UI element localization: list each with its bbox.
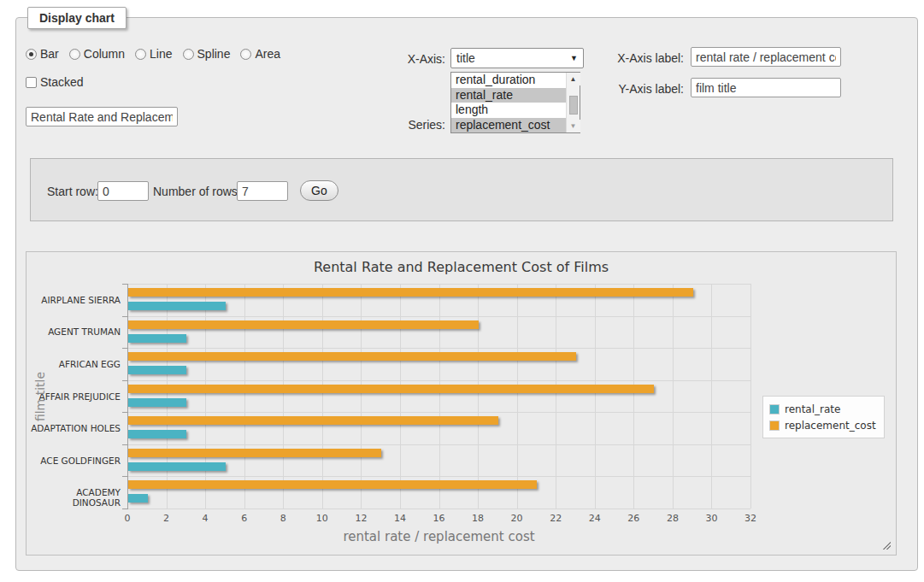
bar-rental_rate-affair-prejudice[interactable] — [128, 398, 186, 407]
bar-replacement_cost-agent-truman[interactable] — [128, 320, 479, 329]
gridline — [673, 284, 674, 509]
stacked-checkbox[interactable]: Stacked — [26, 75, 84, 89]
bar-replacement_cost-ace-goldfinger[interactable] — [128, 449, 381, 457]
category-label: AFRICAN EGG — [28, 359, 121, 369]
chart-type-option-label: Line — [150, 47, 172, 61]
radio-icon — [135, 49, 146, 60]
bar-replacement_cost-airplane-sierra[interactable] — [128, 288, 693, 297]
bar-replacement_cost-affair-prejudice[interactable] — [128, 385, 654, 393]
go-button[interactable]: Go — [300, 180, 338, 201]
x-tick-label: 16 — [425, 513, 454, 524]
legend-label: rental_rate — [785, 403, 840, 415]
x-tick-label: 22 — [541, 513, 570, 524]
legend-item-rental_rate[interactable]: rental_rate — [769, 401, 876, 417]
x-axis-title: rental rate / replacement cost — [127, 529, 750, 544]
series-select-label: Series: — [380, 118, 445, 132]
bar-rental_rate-adaptation-holes[interactable] — [128, 430, 186, 438]
category-label: ADAPTATION HOLES — [28, 423, 121, 433]
series-option-rental_duration[interactable]: rental_duration — [451, 73, 566, 88]
x-tick-label: 2 — [152, 513, 181, 524]
panel-title: Display chart — [27, 7, 127, 29]
chart-title-input[interactable] — [26, 107, 178, 126]
gridline — [750, 284, 751, 509]
bar-replacement_cost-adaptation-holes[interactable] — [128, 416, 498, 425]
x-axis-label-input[interactable] — [691, 47, 841, 67]
x-tick-label: 32 — [736, 513, 765, 524]
y-axis-line — [127, 284, 128, 509]
x-axis-select-label: X-Axis: — [380, 52, 445, 66]
gridline — [167, 284, 168, 509]
x-axis-select[interactable]: title ▼ — [450, 48, 584, 68]
category-label: AGENT TRUMAN — [28, 326, 121, 337]
x-axis-selected-value: title — [456, 51, 570, 65]
gridline — [127, 316, 750, 317]
gridline — [556, 284, 556, 509]
series-list-scrollbar[interactable]: ▲ ▼ — [566, 73, 580, 132]
x-tick-label: 4 — [191, 513, 220, 524]
series-option-replacement_cost[interactable]: replacement_cost — [451, 118, 566, 133]
chart-type-area[interactable]: Area — [240, 47, 280, 61]
x-tick-label: 20 — [503, 513, 532, 524]
start-row-label: Start row: — [47, 185, 98, 198]
checkbox-icon — [26, 77, 37, 88]
x-tick-label: 0 — [113, 513, 142, 524]
number-of-rows-input[interactable] — [237, 181, 288, 201]
chart-type-spline[interactable]: Spline — [183, 47, 231, 61]
gridline — [205, 284, 206, 509]
y-axis-label-label: Y-Axis label: — [598, 82, 684, 96]
scrollbar-thumb[interactable] — [569, 96, 578, 115]
gridline — [517, 284, 518, 509]
x-tick-label: 24 — [580, 513, 609, 524]
x-tick-label: 8 — [268, 513, 297, 524]
scroll-down-icon[interactable]: ▼ — [567, 120, 580, 132]
chart-type-column[interactable]: Column — [69, 47, 125, 61]
gridline — [711, 284, 712, 509]
gridline — [127, 476, 750, 477]
bar-replacement_cost-african-egg[interactable] — [128, 352, 576, 361]
chevron-down-icon: ▼ — [570, 54, 578, 62]
gridline — [322, 284, 323, 509]
chart-container: Rental Rate and Replacement Cost of Film… — [26, 251, 897, 556]
legend-swatch-icon — [769, 404, 780, 414]
series-option-rental_rate[interactable]: rental_rate — [451, 88, 566, 103]
x-tick-label: 30 — [697, 513, 726, 524]
gridline — [439, 284, 440, 509]
gridline — [127, 380, 750, 381]
chart-type-radio-group: BarColumnLineSplineArea — [26, 47, 280, 61]
bar-replacement_cost-academy-dinosaur[interactable] — [128, 480, 537, 489]
scroll-up-icon[interactable]: ▲ — [567, 73, 580, 85]
y-axis-title: film title — [33, 371, 47, 420]
legend-label: replacement_cost — [785, 420, 876, 432]
bar-rental_rate-agent-truman[interactable] — [128, 334, 186, 343]
chart-type-option-label: Area — [255, 47, 280, 61]
gridline — [478, 284, 479, 509]
gridline — [127, 444, 750, 445]
chart-type-option-label: Spline — [197, 47, 231, 61]
bar-rental_rate-ace-goldfinger[interactable] — [128, 462, 226, 471]
chart-title: Rental Rate and Replacement Cost of Film… — [26, 259, 896, 275]
gridline — [361, 284, 362, 509]
x-tick-label: 6 — [230, 513, 259, 524]
resize-handle-icon[interactable] — [881, 540, 891, 550]
bar-rental_rate-african-egg[interactable] — [128, 366, 186, 374]
y-axis-label-input[interactable] — [691, 78, 841, 97]
gridline — [400, 284, 401, 509]
chart-type-bar[interactable]: Bar — [26, 47, 59, 61]
radio-icon — [26, 49, 37, 60]
category-label: ACE GOLDFINGER — [28, 456, 121, 466]
legend-item-replacement_cost[interactable]: replacement_cost — [769, 417, 876, 433]
chart-type-line[interactable]: Line — [135, 47, 172, 61]
x-tick-label: 18 — [463, 513, 492, 524]
gridline — [595, 284, 596, 509]
radio-icon — [69, 49, 80, 60]
x-tick-label: 14 — [385, 513, 415, 524]
start-row-input[interactable] — [97, 181, 149, 201]
bar-rental_rate-academy-dinosaur[interactable] — [128, 494, 148, 503]
chart-type-option-label: Bar — [40, 47, 59, 61]
radio-icon — [183, 49, 194, 60]
x-tick-label: 12 — [346, 513, 375, 524]
category-label: AIRPLANE SIERRA — [28, 295, 121, 305]
series-option-length[interactable]: length — [451, 103, 566, 118]
bar-rental_rate-airplane-sierra[interactable] — [128, 302, 226, 310]
series-listbox: rental_durationrental_ratelengthreplacem… — [450, 72, 580, 133]
